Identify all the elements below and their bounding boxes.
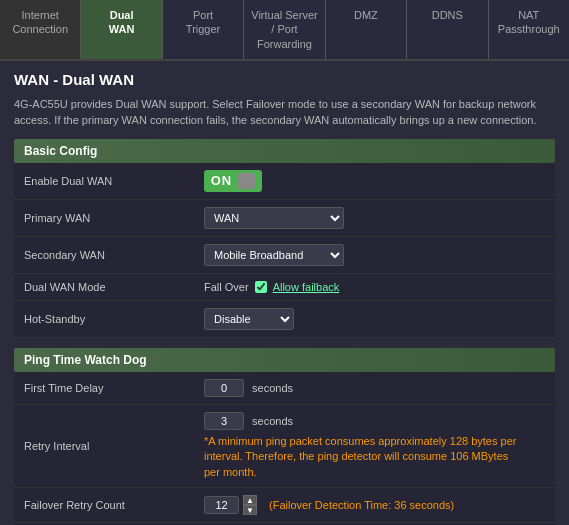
enable-dual-wan-label: Enable Dual WAN: [14, 163, 194, 200]
hot-standby-row: Hot-Standby Disable: [14, 300, 555, 337]
detection-time-text: (Failover Detection Time: 36 seconds): [269, 499, 454, 511]
spinner-down-btn[interactable]: ▼: [243, 505, 257, 515]
failover-retry-input[interactable]: [204, 496, 239, 514]
hot-standby-select[interactable]: Disable: [204, 308, 294, 330]
primary-wan-select[interactable]: WAN: [204, 207, 344, 229]
page-title: WAN - Dual WAN: [14, 71, 555, 88]
first-delay-unit: seconds: [252, 382, 293, 394]
failover-retry-spinner: ▲ ▼ (Failover Detection Time: 36 seconds…: [204, 495, 454, 515]
retry-interval-unit: seconds: [252, 415, 293, 427]
tab-dmz[interactable]: DMZ: [326, 0, 407, 59]
tab-virtual-server[interactable]: Virtual Server / PortForwarding: [244, 0, 325, 59]
basic-config-header: Basic Config: [14, 139, 555, 163]
fall-over-text: Fall Over: [204, 281, 249, 293]
failover-retry-count-row: Failover Retry Count ▲ ▼ (Failover Detec…: [14, 488, 555, 523]
tab-internet-connection[interactable]: InternetConnection: [0, 0, 81, 59]
enable-dual-wan-toggle[interactable]: ON: [204, 170, 262, 192]
toggle-knob: [237, 173, 255, 189]
page-content: WAN - Dual WAN 4G-AC55U provides Dual WA…: [0, 61, 569, 525]
basic-config-table: Enable Dual WAN ON Primary WAN WAN Secon…: [14, 163, 555, 338]
ping-watchdog-header: Ping Time Watch Dog: [14, 348, 555, 372]
tab-ddns[interactable]: DDNS: [407, 0, 488, 59]
allow-fallback-link[interactable]: Allow failback: [273, 281, 340, 293]
retry-interval-row: Retry Interval seconds *A minimum ping p…: [14, 404, 555, 487]
tab-port-trigger[interactable]: PortTrigger: [163, 0, 244, 59]
page-description: 4G-AC55U provides Dual WAN support. Sele…: [14, 96, 555, 129]
enable-dual-wan-row: Enable Dual WAN ON: [14, 163, 555, 200]
tab-nat-passthrough[interactable]: NATPassthrough: [489, 0, 569, 59]
nav-tabs: InternetConnection DualWAN PortTrigger V…: [0, 0, 569, 61]
tab-dual-wan[interactable]: DualWAN: [81, 0, 162, 59]
secondary-wan-select[interactable]: Mobile Broadband: [204, 244, 344, 266]
first-time-delay-label: First Time Delay: [14, 372, 194, 405]
first-time-delay-input[interactable]: 0: [204, 379, 244, 397]
toggle-on-label: ON: [211, 173, 233, 188]
first-time-delay-row: First Time Delay 0 seconds: [14, 372, 555, 405]
spinner-up-btn[interactable]: ▲: [243, 495, 257, 505]
allow-fallback-checkbox[interactable]: [255, 281, 267, 293]
dual-wan-mode-row: Dual WAN Mode Fall Over Allow failback: [14, 273, 555, 300]
retry-interval-label: Retry Interval: [14, 404, 194, 487]
failover-row: Fall Over Allow failback: [204, 281, 545, 293]
retry-interval-input[interactable]: [204, 412, 244, 430]
ping-watchdog-table: First Time Delay 0 seconds Retry Interva…: [14, 372, 555, 525]
dual-wan-mode-label: Dual WAN Mode: [14, 273, 194, 300]
retry-interval-warning: *A minimum ping packet consumes approxim…: [204, 434, 524, 480]
primary-wan-row: Primary WAN WAN: [14, 199, 555, 236]
failover-retry-count-label: Failover Retry Count: [14, 488, 194, 523]
hot-standby-label: Hot-Standby: [14, 300, 194, 337]
secondary-wan-label: Secondary WAN: [14, 236, 194, 273]
primary-wan-label: Primary WAN: [14, 199, 194, 236]
secondary-wan-row: Secondary WAN Mobile Broadband: [14, 236, 555, 273]
